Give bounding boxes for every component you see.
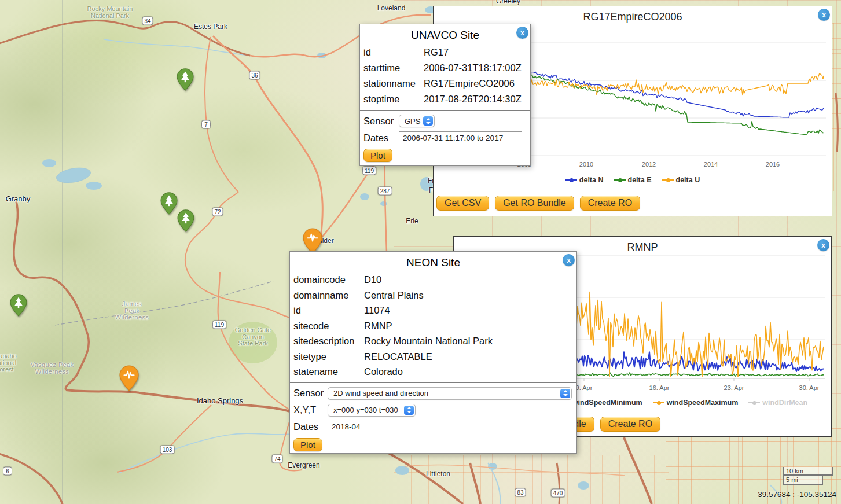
x-axis-tick-label: 23. Apr: [724, 384, 744, 391]
field-value: Central Plains: [364, 288, 424, 303]
field-label: stoptime: [363, 91, 424, 107]
coordinates-display: 39.57684 : -105.35124: [758, 490, 836, 499]
field-value: RELOCATABLE: [364, 349, 432, 365]
field-value: RMNP: [364, 318, 392, 334]
legend-label: windDirMean: [762, 399, 807, 407]
get-csv-button[interactable]: Get CSV: [436, 196, 489, 211]
field-row-sitecode: sitecodeRMNP: [293, 318, 573, 334]
road-shield-6: 6: [3, 467, 12, 476]
road-shield-119: 119: [212, 321, 226, 329]
field-value: Rocky Mountain National Park: [364, 333, 493, 349]
sensor-label: Sensor: [363, 116, 399, 127]
legend-marker-icon: [614, 179, 626, 181]
road-shield-36: 36: [249, 71, 260, 80]
field-value: 2017-08-26T20:14:30Z: [424, 91, 522, 107]
select-stepper-icon: [560, 389, 570, 398]
road-shield-83: 83: [515, 488, 526, 497]
plot-button[interactable]: Plot: [363, 149, 392, 162]
neon-site-marker[interactable]: [160, 192, 178, 217]
road-shield-287: 287: [378, 187, 392, 196]
scale-control: 10 km 5 mi: [783, 467, 833, 485]
popup-title: UNAVCO Site: [363, 27, 527, 45]
field-value: 11074: [364, 303, 390, 318]
unavco-site-marker[interactable]: [119, 365, 139, 393]
select-stepper-icon: [404, 406, 414, 415]
field-value: D10: [364, 272, 381, 288]
field-value: RG17EmpireCO2006: [424, 76, 515, 91]
neon-site-marker[interactable]: [10, 294, 27, 319]
unavco-site-popup: UNAVCO Site x idRG17starttime2006-07-31T…: [359, 24, 531, 166]
field-row-sitedescription: sitedescriptionRocky Mountain National P…: [293, 333, 573, 349]
plot-button[interactable]: Plot: [293, 438, 322, 451]
sensor-selected-value: GPS: [405, 117, 420, 126]
field-value: Colorado: [364, 364, 403, 380]
close-icon[interactable]: x: [563, 254, 575, 266]
select-stepper-icon: [423, 116, 433, 126]
legend-label: delta N: [579, 176, 604, 184]
field-label: sitetype: [293, 349, 364, 365]
dates-label: Dates: [293, 421, 328, 432]
field-label: sitecode: [293, 318, 364, 334]
road-shield-34: 34: [142, 17, 153, 25]
neon-site-marker[interactable]: [177, 68, 194, 93]
mi-scale-line: 5 mi: [783, 476, 823, 485]
field-label: sitedescription: [293, 333, 364, 349]
popup-title: NEON Site: [293, 254, 573, 272]
legend-item-delta-u[interactable]: delta U: [662, 176, 700, 184]
sensor-select[interactable]: 2D wind speed and direction: [328, 387, 572, 400]
field-label: id: [293, 303, 364, 318]
x-axis-tick-label: 2016: [766, 161, 780, 168]
sensor-label: Sensor: [293, 388, 328, 399]
legend-label: delta U: [676, 176, 700, 184]
field-row-stoptime: stoptime2017-08-26T20:14:30Z: [363, 91, 527, 107]
field-row-id: idRG17: [363, 45, 527, 60]
field-row-starttime: starttime2006-07-31T18:17:00Z: [363, 60, 527, 76]
x-axis-tick-label: 16. Apr: [649, 384, 670, 391]
legend-item-delta-n[interactable]: delta N: [565, 176, 604, 184]
legend-item-winddirmean[interactable]: windDirMean: [748, 399, 807, 407]
legend-marker-icon: [653, 402, 664, 403]
divider: [290, 382, 576, 383]
field-label: starttime: [363, 60, 424, 76]
site-metadata: idRG17starttime2006-07-31T18:17:00Zstati…: [363, 45, 527, 107]
field-label: id: [363, 45, 424, 60]
get-ro-bundle-button[interactable]: Get RO Bundle: [495, 196, 574, 211]
sensor-selected-value: 2D wind speed and direction: [333, 389, 428, 398]
dates-input[interactable]: [399, 131, 522, 144]
legend-label: delta E: [628, 176, 652, 184]
site-metadata: domaincodeD10domainnameCentral Plainsid1…: [293, 272, 573, 380]
create-ro-button[interactable]: Create RO: [580, 196, 640, 211]
x-axis-tick-label: 2014: [704, 161, 718, 168]
chart-legend: delta Ndelta Edelta U: [434, 176, 832, 184]
road-shield-470: 470: [551, 489, 565, 498]
xyt-label: X,Y,T: [293, 404, 328, 415]
road-shield-7: 7: [201, 120, 211, 129]
dates-input[interactable]: [328, 421, 451, 433]
legend-item-delta-e[interactable]: delta E: [614, 176, 652, 184]
road-shield-119: 119: [362, 167, 376, 175]
legend-item-windspeedmaximum[interactable]: windSpeedMaximum: [653, 399, 739, 407]
field-label: stationname: [363, 76, 424, 91]
field-value: RG17: [424, 45, 449, 60]
geoscience-map-app: Rocky MountainNational ParkEstes ParkLov…: [0, 0, 841, 504]
xyt-selected-value: x=000 y=030 t=030: [333, 406, 398, 414]
legend-label: windSpeedMinimum: [572, 399, 642, 407]
field-row-domaincode: domaincodeD10: [293, 272, 573, 288]
divider: [360, 110, 530, 111]
km-scale-line: 10 km: [783, 467, 833, 476]
legend-marker-icon: [748, 402, 760, 403]
road-shield-74: 74: [271, 455, 282, 463]
field-row-domainname: domainnameCentral Plains: [293, 288, 573, 303]
field-label: statename: [293, 364, 364, 380]
legend-marker-icon: [662, 179, 674, 181]
xyt-select[interactable]: x=000 y=030 t=030: [328, 404, 416, 417]
x-axis-tick-label: 2010: [579, 161, 593, 168]
close-icon[interactable]: x: [516, 27, 528, 39]
road-shield-72: 72: [212, 208, 223, 216]
field-row-statename: statenameColorado: [293, 364, 573, 380]
dates-label: Dates: [363, 133, 399, 144]
sensor-select[interactable]: GPS: [399, 115, 435, 127]
create-ro-button[interactable]: Create RO: [600, 417, 660, 432]
chart-actions: Get CSVGet RO BundleCreate RO: [436, 196, 640, 211]
neon-site-marker[interactable]: [177, 209, 194, 234]
